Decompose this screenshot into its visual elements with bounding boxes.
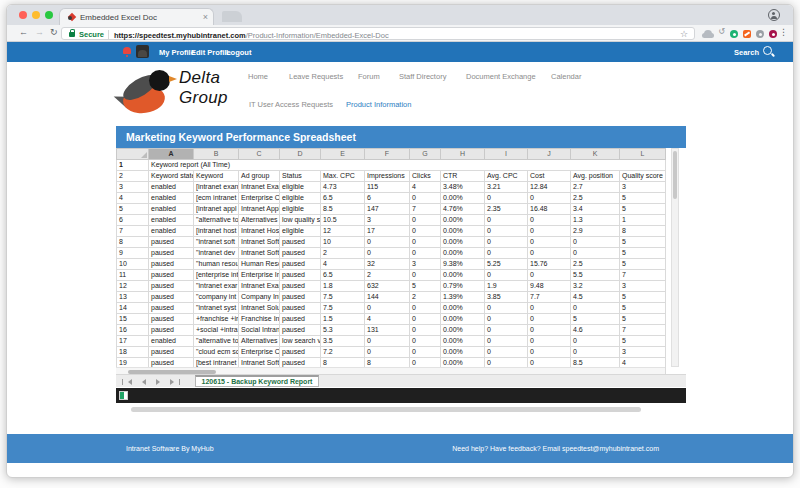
cell[interactable]: "company int [194, 292, 239, 303]
cell[interactable]: Alternatives [239, 336, 280, 347]
cell[interactable]: [enterprise int [194, 270, 239, 281]
cell[interactable]: 144 [365, 292, 410, 303]
cell[interactable]: 1.8 [321, 281, 365, 292]
notification-bell-icon[interactable] [123, 47, 131, 54]
column-header-J[interactable]: J [528, 149, 571, 160]
cell[interactable]: 0 [528, 347, 571, 358]
cell[interactable]: 0 [410, 336, 441, 347]
cell[interactable]: 632 [365, 281, 410, 292]
search-icon[interactable] [763, 46, 775, 58]
cell[interactable]: 0 [571, 347, 620, 358]
cell[interactable]: enabled [149, 193, 194, 204]
cell[interactable]: 0 [485, 226, 528, 237]
cell[interactable]: "human resou [194, 259, 239, 270]
cell[interactable]: 0 [485, 314, 528, 325]
cell[interactable]: 7.7 [528, 292, 571, 303]
cell[interactable]: paused [149, 325, 194, 336]
cell[interactable]: 5 [571, 314, 620, 325]
cell[interactable]: 4 [321, 259, 365, 270]
cell[interactable]: 9.38% [441, 259, 485, 270]
cell[interactable]: 0 [410, 303, 441, 314]
cell[interactable]: enabled [149, 336, 194, 347]
cell[interactable]: 0 [528, 193, 571, 204]
row-number[interactable]: 7 [117, 226, 149, 237]
cell[interactable]: paused [280, 314, 321, 325]
cell[interactable]: 131 [365, 325, 410, 336]
cell[interactable]: 0 [485, 193, 528, 204]
cell[interactable]: 4.5 [571, 292, 620, 303]
analytics-extension-icon[interactable] [743, 30, 751, 38]
cloud-extension-icon[interactable] [704, 30, 712, 38]
cell[interactable]: 5 [620, 248, 666, 259]
history-extension-icon[interactable]: ↺ [718, 27, 725, 36]
cell[interactable]: "intranet dev [194, 248, 239, 259]
column-header-H[interactable]: H [441, 149, 485, 160]
new-tab-button[interactable] [222, 11, 242, 22]
cell[interactable]: 0.00% [441, 303, 485, 314]
cell[interactable]: enabled [149, 226, 194, 237]
cell[interactable]: 4 [410, 182, 441, 193]
search-label[interactable]: Search [734, 48, 759, 57]
cell[interactable]: 5 [620, 303, 666, 314]
delta-group-logo[interactable] [119, 68, 177, 118]
address-bar[interactable]: Secure https://speedtest.myhubintranet.c… [61, 27, 695, 40]
cell[interactable]: 0.00% [441, 248, 485, 259]
browser-menu-icon[interactable]: ⋮ [779, 27, 788, 37]
column-header-I[interactable]: I [485, 149, 528, 160]
column-header-E[interactable]: E [321, 149, 365, 160]
row-number[interactable]: 18 [117, 347, 149, 358]
cell[interactable]: 0.00% [441, 270, 485, 281]
cell[interactable]: Intranet Hosti [239, 226, 280, 237]
cell[interactable]: low search vo [280, 336, 321, 347]
cell[interactable]: +social +intra [194, 325, 239, 336]
cell[interactable]: 3.4 [571, 204, 620, 215]
header-cell[interactable]: Avg. position [571, 171, 620, 182]
cell[interactable]: 0 [410, 270, 441, 281]
row-number[interactable]: 10 [117, 259, 149, 270]
cell[interactable]: paused [149, 303, 194, 314]
cell[interactable]: 5 [620, 237, 666, 248]
cell[interactable]: [intranet appl [194, 204, 239, 215]
cell[interactable]: eligible [280, 182, 321, 193]
cell[interactable]: 2.5 [571, 259, 620, 270]
row-number[interactable]: 11 [117, 270, 149, 281]
cell[interactable]: [intranet host [194, 226, 239, 237]
cell[interactable]: 2 [321, 248, 365, 259]
header-cell[interactable]: Status [280, 171, 321, 182]
cell[interactable]: 1 [620, 215, 666, 226]
cell[interactable]: 6.5 [321, 193, 365, 204]
cell[interactable]: Intranet Softw [239, 237, 280, 248]
cell[interactable]: 3.85 [485, 292, 528, 303]
cell[interactable]: "intranet exar [194, 281, 239, 292]
cell[interactable]: "cloud ecm sc [194, 347, 239, 358]
cell[interactable]: paused [280, 303, 321, 314]
topbar-link-logout[interactable]: Logout [226, 48, 251, 57]
cell[interactable]: enabled [149, 204, 194, 215]
browser-profile-icon[interactable] [768, 9, 780, 21]
cell[interactable]: 0 [410, 215, 441, 226]
cell[interactable]: Enterprise Co [239, 193, 280, 204]
cell[interactable]: 5 [620, 314, 666, 325]
cell[interactable]: paused [149, 270, 194, 281]
cell[interactable]: eligible [280, 226, 321, 237]
row-number[interactable]: 17 [117, 336, 149, 347]
cell[interactable]: Human Resou [239, 259, 280, 270]
cell[interactable]: 5 [620, 259, 666, 270]
cell[interactable]: 0 [410, 248, 441, 259]
header-cell[interactable]: Impressions [365, 171, 410, 182]
cell[interactable]: Company Intr [239, 292, 280, 303]
cell[interactable]: 2.7 [571, 182, 620, 193]
cell[interactable]: Intranet Exam [239, 182, 280, 193]
logo-text[interactable]: Delta Group [179, 68, 228, 108]
excel-doc-icon[interactable] [119, 391, 128, 400]
cell[interactable]: 0 [485, 270, 528, 281]
sheet-tab[interactable]: 120615 - Backup Keyword Report [195, 375, 319, 387]
row-number[interactable]: 9 [117, 248, 149, 259]
cell[interactable]: paused [280, 281, 321, 292]
cell[interactable]: 0 [410, 226, 441, 237]
cell[interactable]: 4.6 [571, 325, 620, 336]
cell[interactable]: 0 [410, 193, 441, 204]
cell[interactable]: 7.5 [321, 292, 365, 303]
cell[interactable]: 0 [485, 336, 528, 347]
cell[interactable]: enabled [149, 215, 194, 226]
